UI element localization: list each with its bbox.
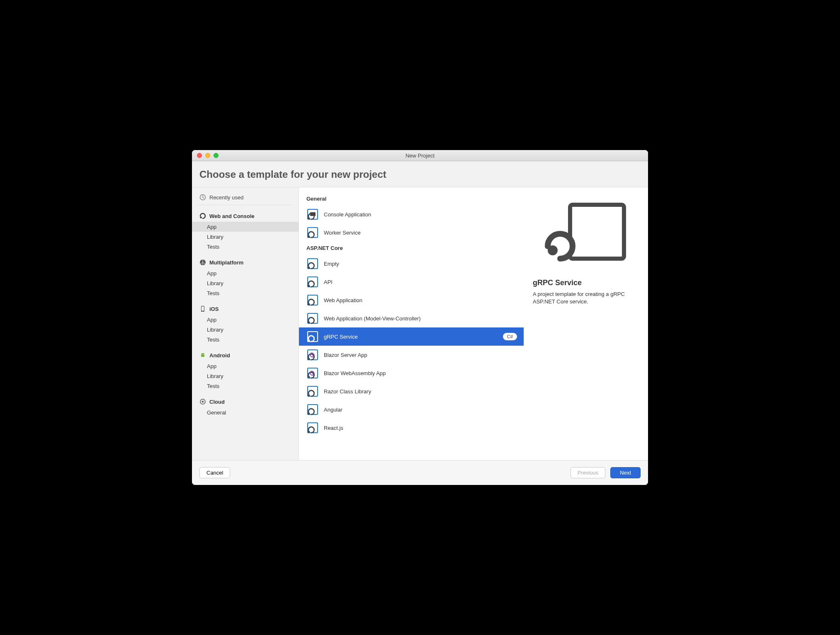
template-row-grpc-service[interactable]: gRPC ServiceC#	[299, 327, 524, 346]
template-row-worker-service[interactable]: Worker Service	[299, 223, 524, 242]
sidebar-category-label: Multiplatform	[209, 259, 243, 266]
svg-point-42	[548, 245, 558, 255]
footer: Cancel Previous Next	[192, 460, 648, 485]
template-label: Worker Service	[324, 230, 517, 236]
svg-point-17	[308, 235, 310, 238]
sidebar-category-label: Cloud	[209, 399, 225, 405]
template-row-api[interactable]: API	[299, 273, 524, 291]
dialog-header: Choose a template for your new project	[192, 161, 648, 187]
close-window-button[interactable]	[197, 153, 202, 158]
sidebar-item-app[interactable]: App	[192, 361, 299, 371]
template-icon	[306, 385, 319, 397]
template-row-react-js[interactable]: React.js	[299, 419, 524, 437]
svg-line-9	[204, 353, 204, 354]
sidebar-item-general[interactable]: General	[192, 407, 299, 417]
template-label: Console Application	[324, 211, 517, 218]
sidebar-category-multiplatform[interactable]: Multiplatform	[192, 256, 299, 268]
svg-point-15	[308, 217, 310, 219]
sidebar-category-label: Android	[209, 352, 230, 359]
template-icon	[306, 276, 319, 288]
svg-rect-40	[570, 205, 624, 259]
dialog-title: Choose a template for your new project	[199, 169, 641, 180]
sidebar-item-tests[interactable]: Tests	[192, 381, 299, 391]
sidebar-item-library[interactable]: Library	[192, 371, 299, 381]
sidebar-item-app[interactable]: App	[192, 315, 299, 325]
template-row-console-application[interactable]: Console Application	[299, 205, 524, 223]
sidebar-category-label: Web and Console	[209, 213, 255, 219]
cancel-button[interactable]: Cancel	[199, 467, 230, 478]
sidebar-category-label: iOS	[209, 306, 218, 312]
sidebar-item-library[interactable]: Library	[192, 325, 299, 334]
svg-point-6	[202, 354, 202, 354]
svg-point-7	[203, 354, 204, 354]
template-row-blazor-webassembly-app[interactable]: @Blazor WebAssembly App	[299, 364, 524, 382]
clock-icon	[199, 194, 206, 201]
sidebar-item-library[interactable]: Library	[192, 278, 299, 288]
language-badge: C#	[503, 333, 517, 340]
sidebar-recently-used[interactable]: Recently used	[192, 191, 299, 205]
minimize-window-button[interactable]	[205, 153, 210, 158]
sidebar-item-app[interactable]: App	[192, 222, 299, 232]
sidebar-category-android[interactable]: Android	[192, 349, 299, 361]
svg-point-39	[308, 431, 310, 433]
sidebar-category-web-and-console[interactable]: Web and Console	[192, 209, 299, 222]
cloud-icon	[199, 398, 206, 405]
template-label: Empty	[324, 261, 517, 267]
svg-point-21	[308, 285, 310, 287]
previous-button[interactable]: Previous	[571, 467, 606, 478]
svg-point-33	[308, 376, 310, 378]
traffic-lights	[192, 153, 218, 158]
template-icon: @	[306, 367, 319, 379]
sidebar-item-tests[interactable]: Tests	[192, 242, 299, 252]
template-row-blazor-server-app[interactable]: @Blazor Server App	[299, 346, 524, 364]
sidebar-item-app[interactable]: App	[192, 268, 299, 278]
svg-point-19	[308, 267, 310, 269]
template-icon	[306, 257, 319, 270]
svg-point-27	[308, 339, 310, 342]
template-icon: @	[306, 349, 319, 361]
titlebar: New Project	[192, 150, 648, 161]
template-label: Blazor Server App	[324, 352, 517, 358]
detail-description: A project template for creating a gRPC A…	[533, 291, 639, 305]
svg-rect-4	[202, 306, 204, 311]
svg-point-30	[308, 358, 310, 360]
svg-point-23	[308, 303, 310, 305]
detail-panel: gRPC Service A project template for crea…	[524, 187, 648, 460]
template-icon	[306, 403, 319, 416]
svg-point-37	[308, 412, 310, 414]
template-list: GeneralConsole ApplicationWorker Service…	[299, 187, 524, 460]
zoom-window-button[interactable]	[214, 153, 218, 158]
template-row-web-application[interactable]: Web Application	[299, 291, 524, 309]
sidebar-category-cloud[interactable]: Cloud	[192, 395, 299, 407]
template-icon	[306, 422, 319, 434]
template-label: Razor Class Library	[324, 388, 517, 395]
multiplatform-icon	[199, 259, 206, 266]
template-row-empty[interactable]: Empty	[299, 254, 524, 273]
section-title: ASP.NET Core	[299, 242, 524, 254]
template-row-razor-class-library[interactable]: Razor Class Library	[299, 382, 524, 400]
detail-large-icon	[544, 201, 627, 267]
svg-point-25	[308, 321, 310, 323]
sidebar-item-tests[interactable]: Tests	[192, 288, 299, 298]
sidebar-item-library[interactable]: Library	[192, 232, 299, 242]
svg-line-8	[202, 353, 202, 354]
template-label: Blazor WebAssembly App	[324, 370, 517, 376]
template-label: API	[324, 279, 517, 285]
svg-point-35	[308, 394, 310, 396]
template-label: React.js	[324, 425, 517, 431]
sidebar-item-tests[interactable]: Tests	[192, 334, 299, 344]
window-title: New Project	[192, 153, 648, 159]
template-icon	[306, 294, 319, 306]
sidebar-separator	[198, 205, 293, 205]
template-row-web-application-model-view-controller-[interactable]: Web Application (Model-View-Controller)	[299, 309, 524, 327]
template-label: Web Application	[324, 297, 517, 303]
ios-icon	[199, 305, 206, 312]
sidebar-category-ios[interactable]: iOS	[192, 302, 299, 315]
template-icon	[306, 226, 319, 239]
svg-point-11	[202, 401, 204, 403]
next-button[interactable]: Next	[610, 467, 641, 478]
template-row-angular[interactable]: Angular	[299, 400, 524, 419]
android-icon	[199, 352, 206, 359]
section-title: General	[299, 192, 524, 205]
template-icon	[306, 208, 319, 221]
